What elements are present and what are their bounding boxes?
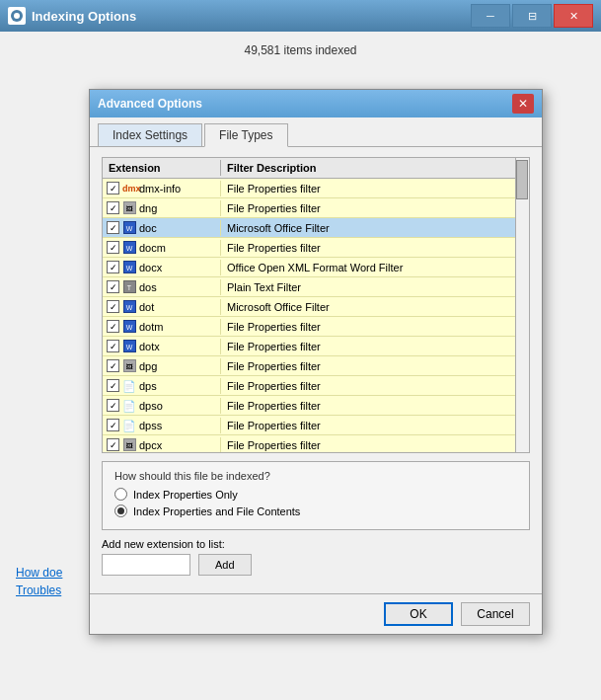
radio-properties-label: Index Properties Only: [133, 489, 238, 501]
close-button[interactable]: ✕: [554, 4, 593, 28]
ext-text-dng: dng: [139, 202, 157, 214]
ok-button[interactable]: OK: [384, 602, 453, 626]
ext-text-dpss: dpss: [139, 420, 162, 431]
tab-file-types[interactable]: File Types: [204, 123, 287, 147]
file-row-dos[interactable]: ✓TdosPlain Text Filter: [103, 277, 529, 297]
file-row-docx[interactable]: ✓WdocxOffice Open XML Format Word Filter: [103, 258, 529, 277]
row-ext-doc: ✓Wdoc: [103, 220, 221, 236]
file-types-section: Extension Filter Description ✓dmxdmx-inf…: [90, 147, 542, 593]
row-ext-dot: ✓Wdot: [103, 299, 221, 315]
row-ext-docm: ✓Wdocm: [103, 240, 221, 256]
radio-question: How should this file be indexed?: [114, 470, 517, 482]
row-ext-dps: ✓📄dps: [103, 378, 221, 394]
dialog-titlebar: Advanced Options ✕: [90, 90, 542, 117]
extension-input[interactable]: [102, 554, 190, 576]
row-ext-dng: ✓🖼dng: [103, 200, 221, 216]
scrollbar-track[interactable]: [515, 158, 529, 452]
ext-text-dps: dps: [139, 380, 157, 392]
row-filter-dotm: File Properties filter: [221, 320, 529, 334]
file-row-dpss[interactable]: ✓📄dpssFile Properties filter: [103, 416, 529, 435]
checkbox-dng[interactable]: ✓: [107, 201, 119, 214]
ext-text-dpg: dpg: [139, 360, 157, 372]
row-ext-dpg: ✓🖼dpg: [103, 358, 221, 374]
row-filter-dot: Microsoft Office Filter: [221, 300, 529, 314]
ext-text-dot: dot: [139, 301, 154, 313]
minimize-button[interactable]: ─: [471, 4, 510, 28]
file-row-dpcx[interactable]: ✓🖼dpcxFile Properties filter: [103, 435, 529, 453]
add-extension-label: Add new extension to list:: [102, 538, 530, 550]
row-filter-docm: File Properties filter: [221, 241, 529, 255]
radio-section: How should this file be indexed? Index P…: [102, 461, 530, 530]
add-extension-button[interactable]: Add: [198, 554, 252, 576]
row-ext-docx: ✓Wdocx: [103, 260, 221, 275]
tab-index-settings[interactable]: Index Settings: [98, 123, 202, 146]
checkbox-dmx-info[interactable]: ✓: [107, 182, 119, 194]
bg-content: 49,581 items indexed: [0, 32, 601, 79]
checkbox-dpss[interactable]: ✓: [107, 419, 119, 431]
bg-window-title: Indexing Options: [32, 9, 471, 24]
file-row-dotx[interactable]: ✓WdotxFile Properties filter: [103, 337, 529, 356]
checkbox-dpso[interactable]: ✓: [107, 399, 119, 412]
indexing-icon: [8, 7, 26, 25]
file-icon-dpg: 🖼: [122, 359, 136, 373]
cancel-button[interactable]: Cancel: [461, 602, 530, 626]
ext-text-dmx-info: dmx-info: [139, 183, 181, 194]
add-extension-section: Add new extension to list: Add: [102, 538, 530, 583]
checkbox-dps[interactable]: ✓: [107, 379, 119, 392]
checkbox-dotx[interactable]: ✓: [107, 340, 119, 352]
ext-text-docm: docm: [139, 242, 166, 254]
file-icon-dng: 🖼: [122, 201, 136, 215]
how-does-link[interactable]: How doe: [16, 566, 62, 580]
row-filter-dpso: File Properties filter: [221, 399, 529, 413]
row-ext-dpcx: ✓🖼dpcx: [103, 437, 221, 453]
bg-titlebar: Indexing Options ─ ⊟ ✕: [0, 0, 601, 32]
radio-properties-circle[interactable]: [114, 488, 127, 501]
file-row-dng[interactable]: ✓🖼dngFile Properties filter: [103, 198, 529, 218]
row-ext-dotx: ✓Wdotx: [103, 339, 221, 354]
file-row-dotm[interactable]: ✓WdotmFile Properties filter: [103, 317, 529, 337]
col-header-filter: Filter Description: [221, 160, 515, 176]
file-icon-dpss: 📄: [122, 419, 136, 432]
checkbox-dos[interactable]: ✓: [107, 280, 119, 293]
checkbox-dpg[interactable]: ✓: [107, 359, 119, 372]
bottom-links: How doe Troubles: [16, 566, 62, 601]
file-icon-docx: W: [122, 261, 136, 274]
ext-text-dotx: dotx: [139, 341, 160, 352]
file-icon-dotx: W: [122, 340, 136, 353]
restore-button[interactable]: ⊟: [512, 4, 552, 28]
file-icon-dotm: W: [122, 320, 136, 334]
file-row-doc[interactable]: ✓WdocMicrosoft Office Filter: [103, 218, 529, 238]
radio-contents-circle[interactable]: [114, 505, 127, 517]
col-header-extension: Extension: [103, 160, 221, 176]
checkbox-doc[interactable]: ✓: [107, 221, 119, 234]
scrollbar-thumb[interactable]: [516, 160, 528, 199]
dialog-title: Advanced Options: [98, 97, 512, 111]
radio-option-properties[interactable]: Index Properties Only: [114, 488, 517, 501]
file-rows-container: ✓dmxdmx-infoFile Properties filter✓🖼dngF…: [103, 179, 529, 453]
checkbox-docx[interactable]: ✓: [107, 261, 119, 273]
dialog-close-button[interactable]: ✕: [512, 94, 534, 114]
row-filter-dos: Plain Text Filter: [221, 280, 529, 294]
troubleshoot-link[interactable]: Troubles: [16, 583, 62, 597]
file-row-docm[interactable]: ✓WdocmFile Properties filter: [103, 238, 529, 258]
file-types-list[interactable]: Extension Filter Description ✓dmxdmx-inf…: [102, 157, 530, 453]
file-row-dpso[interactable]: ✓📄dpsoFile Properties filter: [103, 396, 529, 416]
checkbox-docm[interactable]: ✓: [107, 241, 119, 254]
checkbox-dot[interactable]: ✓: [107, 300, 119, 313]
svg-point-1: [14, 13, 20, 19]
file-row-dot[interactable]: ✓WdotMicrosoft Office Filter: [103, 297, 529, 317]
titlebar-controls: ─ ⊟ ✕: [471, 4, 593, 28]
ext-text-dpcx: dpcx: [139, 439, 162, 451]
file-row-dmx-info[interactable]: ✓dmxdmx-infoFile Properties filter: [103, 179, 529, 198]
file-icon-docm: W: [122, 241, 136, 255]
file-icon-doc: W: [122, 221, 136, 235]
checkbox-dpcx[interactable]: ✓: [107, 438, 119, 451]
row-ext-dotm: ✓Wdotm: [103, 319, 221, 335]
ext-text-dpso: dpso: [139, 400, 163, 412]
file-row-dps[interactable]: ✓📄dpsFile Properties filter: [103, 376, 529, 396]
checkbox-dotm[interactable]: ✓: [107, 320, 119, 333]
radio-option-contents[interactable]: Index Properties and File Contents: [114, 505, 517, 517]
row-filter-dpcx: File Properties filter: [221, 438, 529, 452]
file-row-dpg[interactable]: ✓🖼dpgFile Properties filter: [103, 356, 529, 376]
file-icon-dot: W: [122, 300, 136, 314]
